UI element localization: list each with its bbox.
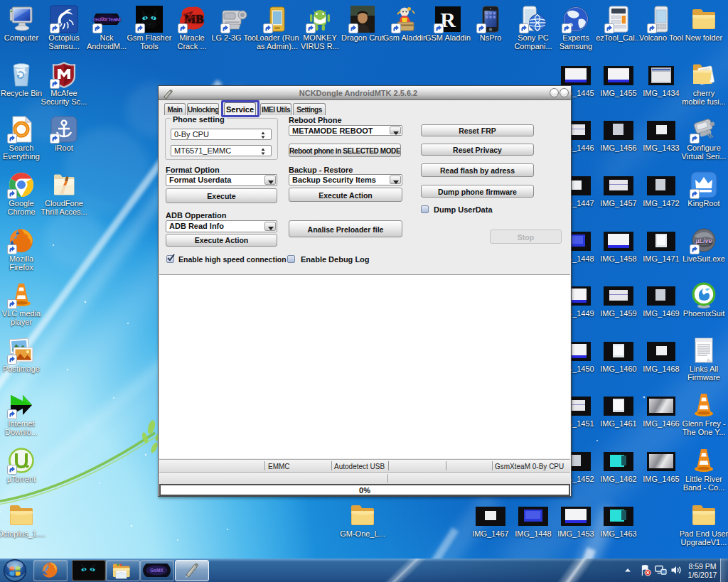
svg-text:GsMX: GsMX — [150, 568, 164, 573]
svg-text:Gs: Gs — [100, 16, 107, 21]
svg-text:µLive: µLive — [695, 237, 712, 244]
svg-text:GsMXTeaM: GsMXTeaM — [93, 16, 121, 23]
